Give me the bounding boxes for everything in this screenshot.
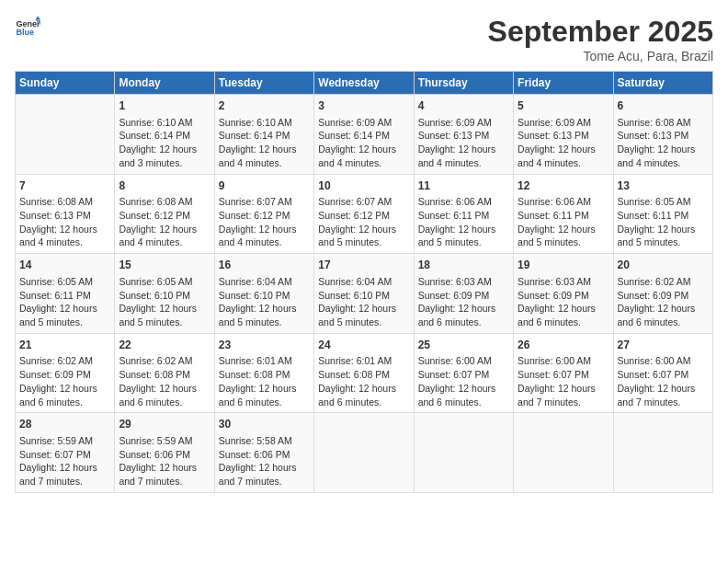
day-info-line: Sunset: 6:09 PM [618,289,709,303]
calendar-cell: 22Sunrise: 6:02 AMSunset: 6:08 PMDayligh… [115,333,214,413]
day-info-line: Sunrise: 6:01 AM [318,354,409,368]
day-header-thursday: Thursday [414,72,513,95]
calendar-cell: 27Sunrise: 6:00 AMSunset: 6:07 PMDayligh… [613,333,712,413]
calendar-cell: 7Sunrise: 6:08 AMSunset: 6:13 PMDaylight… [16,174,115,254]
day-info-line: Sunset: 6:07 PM [418,368,509,382]
day-number: 20 [618,258,709,273]
day-info-line: and 7 minutes. [19,475,110,488]
day-info-line: Sunrise: 6:00 AM [518,354,609,368]
day-info-line: Sunrise: 6:02 AM [119,354,210,368]
day-info-line: Sunrise: 6:08 AM [119,195,210,209]
day-info-line: Sunset: 6:12 PM [119,209,210,223]
calendar-cell: 13Sunrise: 6:05 AMSunset: 6:11 PMDayligh… [613,174,712,254]
calendar-cell: 10Sunrise: 6:07 AMSunset: 6:12 PMDayligh… [314,174,414,254]
day-info-line: and 6 minutes. [219,396,310,409]
calendar-cell: 9Sunrise: 6:07 AMSunset: 6:12 PMDaylight… [214,174,313,254]
day-info-line: Sunset: 6:07 PM [618,368,709,382]
day-number: 14 [19,258,110,273]
calendar-cell [16,95,115,175]
calendar-cell: 17Sunrise: 6:04 AMSunset: 6:10 PMDayligh… [314,254,414,334]
day-info-line: Sunset: 6:09 PM [418,289,509,303]
day-info-line: Sunrise: 6:03 AM [518,275,609,289]
day-info-line: and 4 minutes. [618,156,709,170]
day-info-line: Sunrise: 6:05 AM [119,275,210,289]
day-info-line: Sunrise: 6:04 AM [219,275,310,289]
day-info-line: Daylight: 12 hours [219,382,310,396]
calendar-cell: 23Sunrise: 6:01 AMSunset: 6:08 PMDayligh… [214,333,313,413]
day-number: 3 [318,98,409,114]
day-header-monday: Monday [115,72,214,95]
day-info-line: Daylight: 12 hours [518,223,609,236]
calendar-body: 1Sunrise: 6:10 AMSunset: 6:14 PMDaylight… [16,95,713,493]
day-info-line: Sunrise: 6:07 AM [219,195,310,209]
day-header-saturday: Saturday [613,72,712,95]
day-info-line: Daylight: 12 hours [119,382,210,396]
day-info-line: Sunset: 6:11 PM [418,209,509,223]
day-number: 5 [518,98,609,114]
calendar-week-3: 14Sunrise: 6:05 AMSunset: 6:11 PMDayligh… [16,254,713,334]
day-info-line: Sunset: 6:06 PM [219,448,310,462]
day-number: 19 [518,258,609,273]
day-number: 8 [119,178,210,194]
day-number: 18 [418,258,509,273]
day-number: 11 [418,178,509,194]
day-info-line: Sunset: 6:11 PM [518,209,609,223]
logo: General Blue [15,15,40,40]
day-number: 12 [518,178,609,194]
day-info-line: Sunrise: 6:08 AM [618,116,709,130]
day-number: 16 [219,258,310,273]
calendar-week-5: 28Sunrise: 5:59 AMSunset: 6:07 PMDayligh… [16,413,713,493]
day-info-line: Daylight: 12 hours [219,461,310,475]
day-info-line: and 4 minutes. [219,156,310,170]
day-info-line: Sunset: 6:14 PM [119,129,210,143]
day-info-line: and 4 minutes. [518,156,609,170]
calendar-cell: 8Sunrise: 6:08 AMSunset: 6:12 PMDaylight… [115,174,214,254]
calendar-cell: 11Sunrise: 6:06 AMSunset: 6:11 PMDayligh… [414,174,513,254]
calendar-cell: 18Sunrise: 6:03 AMSunset: 6:09 PMDayligh… [414,254,513,334]
day-info-line: and 5 minutes. [219,316,310,329]
day-number: 28 [19,417,110,432]
day-info-line: and 3 minutes. [119,156,210,170]
day-info-line: Sunset: 6:13 PM [418,129,509,143]
day-info-line: Sunrise: 6:00 AM [418,354,509,368]
calendar-cell: 25Sunrise: 6:00 AMSunset: 6:07 PMDayligh… [414,333,513,413]
calendar-cell: 29Sunrise: 5:59 AMSunset: 6:06 PMDayligh… [115,413,214,493]
day-number: 22 [119,338,210,353]
day-info-line: Sunset: 6:11 PM [618,209,709,223]
calendar-cell: 15Sunrise: 6:05 AMSunset: 6:10 PMDayligh… [115,254,214,334]
day-info-line: and 6 minutes. [418,396,509,409]
day-info-line: Daylight: 12 hours [618,223,709,236]
day-info-line: and 4 minutes. [19,236,110,249]
day-info-line: and 4 minutes. [219,236,310,249]
calendar-cell: 5Sunrise: 6:09 AMSunset: 6:13 PMDaylight… [514,95,613,175]
day-info-line: Daylight: 12 hours [219,302,310,316]
calendar-cell [514,413,613,493]
day-info-line: Sunset: 6:08 PM [219,368,310,382]
calendar-cell: 1Sunrise: 6:10 AMSunset: 6:14 PMDaylight… [115,95,214,175]
day-info-line: Sunrise: 6:03 AM [418,275,509,289]
calendar-header-row: SundayMondayTuesdayWednesdayThursdayFrid… [16,72,713,95]
day-info-line: Sunset: 6:14 PM [318,129,409,143]
day-info-line: Daylight: 12 hours [219,143,310,156]
month-title: September 2025 [488,15,713,49]
day-info-line: and 5 minutes. [318,316,409,329]
day-info-line: Daylight: 12 hours [119,302,210,316]
page-header: General Blue September 2025 Tome Acu, Pa… [15,15,713,63]
svg-marker-2 [35,16,40,19]
calendar-cell: 24Sunrise: 6:01 AMSunset: 6:08 PMDayligh… [314,333,414,413]
day-info-line: Daylight: 12 hours [418,382,509,396]
day-info-line: and 7 minutes. [618,396,709,409]
day-header-tuesday: Tuesday [214,72,313,95]
day-info-line: Sunset: 6:08 PM [318,368,409,382]
day-number: 13 [618,178,709,194]
day-info-line: Sunrise: 6:10 AM [219,116,310,130]
day-info-line: Sunrise: 6:09 AM [318,116,409,130]
calendar-cell: 2Sunrise: 6:10 AMSunset: 6:14 PMDaylight… [214,95,313,175]
day-info-line: Sunrise: 5:59 AM [19,434,110,448]
day-info-line: Daylight: 12 hours [618,382,709,396]
day-info-line: Sunrise: 6:02 AM [19,354,110,368]
day-info-line: Sunrise: 6:05 AM [19,275,110,289]
day-info-line: Sunrise: 6:02 AM [618,275,709,289]
calendar-cell: 21Sunrise: 6:02 AMSunset: 6:09 PMDayligh… [16,333,115,413]
day-info-line: and 5 minutes. [119,316,210,329]
